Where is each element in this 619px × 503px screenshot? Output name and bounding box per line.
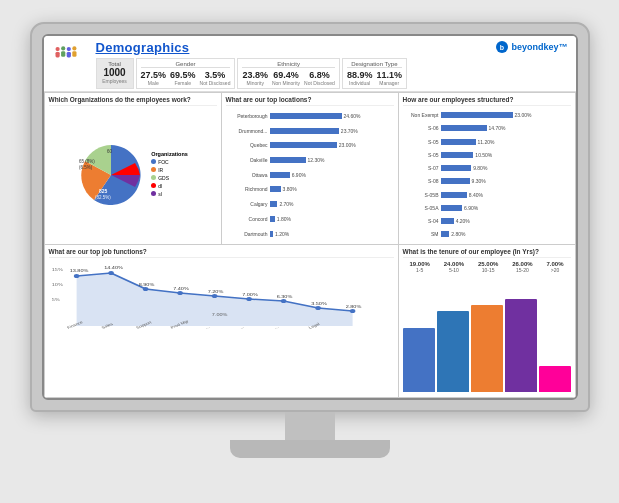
location-label: Oakville	[226, 157, 268, 163]
structure-bar-row: S-089.30%	[403, 178, 571, 184]
structure-bar-row: SM2.80%	[403, 231, 571, 237]
svg-point-0	[55, 47, 59, 51]
structure-bar	[441, 152, 474, 158]
structure-bar	[441, 125, 487, 131]
legend-sl: sl	[151, 191, 188, 197]
structure-bar-row: S-044.20%	[403, 218, 571, 224]
location-bar-row: Oakville12.30%	[226, 157, 394, 163]
structure-bar	[441, 165, 472, 171]
location-bar-row: Quebec23.00%	[226, 142, 394, 148]
desig-manager: 11.1% Manager	[376, 70, 402, 86]
structure-bar-row: S-05A6.90%	[403, 205, 571, 211]
svg-text:10%: 10%	[51, 283, 63, 287]
structure-label: S-04	[403, 218, 439, 224]
ethnicity-group: Ethnicity 23.8% Minority 69.4% Non Minor…	[237, 58, 339, 89]
tenure-chart: 19.00%1-524.00%5-1025.00%10-1526.00%15-2…	[403, 261, 571, 394]
tenure-range-labels: 19.00%1-524.00%5-1025.00%10-1526.00%15-2…	[403, 261, 571, 273]
structure-label: S-07	[403, 165, 439, 171]
location-label: Richmond	[226, 186, 268, 192]
svg-point-25	[280, 299, 286, 303]
legend-ir: IR	[151, 167, 188, 173]
svg-point-19	[73, 274, 79, 278]
svg-text:15%: 15%	[51, 268, 63, 272]
jobs-chart-container: 15% 10% 5%	[49, 261, 394, 394]
location-bar-row: Drummond...23.70%	[226, 128, 394, 134]
tenure-range-label: 7.00%>20	[547, 261, 564, 273]
total-stat: Total 1000 Employees	[96, 58, 134, 89]
jobs-panel: What are our top job functions? 15% 10% …	[45, 245, 398, 397]
gender-group: Gender 27.5% Male 69.5% Female	[136, 58, 236, 89]
location-label: Concord	[226, 216, 268, 222]
svg-point-22	[177, 291, 183, 295]
pie-chart-svg: 825 (82.5%) 65 (8%) (6.5%) 60	[77, 141, 145, 209]
svg-marker-18	[76, 273, 352, 326]
tenure-range-label: 19.00%1-5	[409, 261, 429, 273]
svg-point-6	[72, 46, 76, 50]
tenure-range-label: 24.00%5-10	[444, 261, 464, 273]
structure-bar	[441, 218, 454, 224]
location-label: Calgary	[226, 201, 268, 207]
structure-label: S-06	[403, 125, 439, 131]
ethnicity-nd: 6.8% Not Disclosed	[304, 70, 335, 86]
svg-point-27	[349, 309, 355, 313]
location-value: 12.30%	[308, 157, 325, 163]
location-bar	[270, 186, 281, 192]
structure-value: 9.80%	[473, 165, 487, 171]
ethnicity-label: Ethnicity	[242, 61, 334, 68]
structure-label: S-05A	[403, 205, 439, 211]
svg-rect-1	[55, 51, 59, 57]
svg-point-2	[61, 46, 65, 50]
location-label: Quebec	[226, 142, 268, 148]
gender-female: 69.5% Female	[170, 70, 196, 86]
tenure-bar	[437, 311, 469, 392]
structure-value: 9.30%	[472, 178, 486, 184]
gender-label: Gender	[141, 61, 231, 68]
pie-container: 825 (82.5%) 65 (8%) (6.5%) 60 Organizati…	[49, 109, 217, 242]
location-bar	[270, 157, 306, 163]
svg-text:65 (8%): 65 (8%)	[79, 159, 95, 164]
location-value: 23.00%	[339, 142, 356, 148]
structure-bar	[441, 231, 450, 237]
structure-bar-row: S-0510.50%	[403, 152, 571, 158]
org-title: Which Organizations do the employees wor…	[49, 96, 217, 106]
structure-value: 11.20%	[478, 139, 495, 145]
header-stats: Total 1000 Employees Gender 27.5%	[96, 58, 496, 89]
page-title: Demographics	[96, 40, 496, 55]
tenure-range-label: 26.00%15-20	[512, 261, 532, 273]
designation-values: 88.9% Individual 11.1% Manager	[347, 70, 402, 86]
tenure-bar	[403, 328, 435, 392]
structure-bar-row: S-0511.20%	[403, 139, 571, 145]
location-bar	[270, 201, 278, 207]
tenure-bar	[471, 305, 503, 392]
ethnicity-minority: 23.8% Minority	[242, 70, 268, 86]
structure-label: Non Exempt	[403, 112, 439, 118]
total-value: 1000	[102, 67, 128, 78]
tenure-bars	[403, 276, 571, 394]
tenure-panel: What is the tenure of our employee (In Y…	[399, 245, 575, 397]
location-bar-row: Richmond3.80%	[226, 186, 394, 192]
location-value: 1.20%	[275, 231, 289, 237]
legend-foc: FOC	[151, 159, 188, 165]
structure-value: 14.70%	[489, 125, 506, 131]
structure-bar-row: S-0614.70%	[403, 125, 571, 131]
svg-text:7.20%: 7.20%	[207, 290, 223, 294]
structure-title: How are our employees structured?	[403, 96, 571, 106]
locations-panel: What are our top locations? Peterborough…	[222, 93, 398, 245]
monitor-neck	[285, 412, 335, 440]
org-panel: Which Organizations do the employees wor…	[45, 93, 221, 245]
location-value: 1.80%	[277, 216, 291, 222]
brand-icon: b	[495, 40, 509, 54]
svg-rect-7	[72, 51, 76, 57]
structure-label: S-05	[403, 139, 439, 145]
header: Demographics Total 1000 Employees Gender	[44, 36, 576, 92]
jobs-line-chart: 15% 10% 5%	[49, 261, 394, 331]
ethnicity-nonminority: 69.4% Non Minority	[272, 70, 300, 86]
structure-panel: How are our employees structured? Non Ex…	[399, 93, 575, 245]
svg-text:2.80%: 2.80%	[345, 305, 361, 309]
location-bar-row: Concord1.80%	[226, 216, 394, 222]
location-label: Drummond...	[226, 128, 268, 134]
structure-value: 8.40%	[469, 192, 483, 198]
location-bar	[270, 113, 342, 119]
location-bar-row: Peterborough24.60%	[226, 113, 394, 119]
location-value: 2.70%	[279, 201, 293, 207]
